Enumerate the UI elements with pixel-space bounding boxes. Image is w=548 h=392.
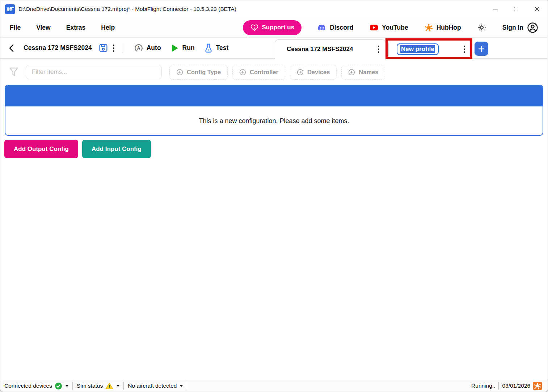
hubhop-label: HubHop xyxy=(437,24,461,31)
filter-names-label: Names xyxy=(359,69,378,76)
connected-devices-label: Connected devices xyxy=(4,383,52,389)
running-status: Running.. xyxy=(468,383,498,389)
auto-toggle[interactable]: A Auto xyxy=(134,43,161,53)
hubhop-link[interactable]: HubHop xyxy=(424,23,461,32)
sim-date: 03/01/2026 xyxy=(499,382,548,390)
close-icon xyxy=(534,5,541,13)
run-label: Run xyxy=(182,44,195,52)
sim-date-label: 03/01/2026 xyxy=(502,383,530,389)
project-menu-button[interactable] xyxy=(113,44,115,52)
sign-in-label: Sign in xyxy=(502,24,523,31)
sim-status[interactable]: Sim status ! xyxy=(73,382,123,389)
profile-tab-menu-button[interactable] xyxy=(378,45,380,54)
circled-plus-icon xyxy=(176,69,183,76)
profile-name-selected-text: New profile xyxy=(400,45,435,53)
menu-extras[interactable]: Extras xyxy=(66,24,86,31)
youtube-icon xyxy=(369,23,379,32)
run-button[interactable]: Run xyxy=(170,43,195,53)
auto-label: Auto xyxy=(147,44,161,52)
profile-name-input[interactable]: New profile xyxy=(397,43,439,55)
project-name: Cessna 172 MSFS2024 xyxy=(24,44,92,52)
filter-funnel-icon xyxy=(8,66,19,78)
filter-controller-label: Controller xyxy=(250,69,278,76)
menu-file[interactable]: File xyxy=(10,24,21,31)
test-label: Test xyxy=(216,44,229,52)
filter-row: Config Type Controller Devices Names xyxy=(0,59,548,85)
discord-label: Discord xyxy=(330,24,353,31)
minimize-icon xyxy=(493,9,498,9)
toolbar: Cessna 172 MSFS2024 A Auto Run xyxy=(0,38,548,59)
svg-text:A: A xyxy=(137,46,140,51)
hubhop-icon xyxy=(424,23,433,32)
plus-icon xyxy=(477,45,485,53)
discord-link[interactable]: Discord xyxy=(317,23,353,32)
discord-icon xyxy=(317,23,326,32)
chevron-down-icon xyxy=(66,385,68,387)
maximize-button[interactable] xyxy=(506,0,527,18)
filter-names-button[interactable]: Names xyxy=(341,65,385,80)
aircraft-status-label: No aircraft detected xyxy=(128,383,177,389)
menu-bar: File View Extras Help $ Support us Disco… xyxy=(0,18,548,38)
ok-check-icon xyxy=(55,382,62,390)
title-bar: MF D:\OneDrive\Documents\Cessna 172.mfpr… xyxy=(0,0,548,18)
profile-tab-cessna[interactable]: Cessna 172 MSFS2024 xyxy=(275,39,386,59)
config-table-panel: This is a new configuration. Please add … xyxy=(5,85,543,136)
chevron-down-icon xyxy=(180,385,183,387)
auto-icon: A xyxy=(134,43,143,53)
heart-dollar-icon: $ xyxy=(250,23,259,32)
warning-icon: ! xyxy=(105,382,113,389)
circled-plus-icon xyxy=(348,69,355,76)
toolbar-divider xyxy=(122,43,122,53)
statusbar-divider xyxy=(187,382,187,390)
minimize-button[interactable] xyxy=(485,0,506,18)
config-table-body: This is a new configuration. Please add … xyxy=(5,106,543,136)
menu-help[interactable]: Help xyxy=(101,24,115,31)
circled-plus-icon xyxy=(239,69,246,76)
filter-items-input[interactable] xyxy=(26,65,162,79)
app-logo-icon: MF xyxy=(5,4,15,14)
maximize-icon xyxy=(514,7,518,11)
menu-view[interactable]: View xyxy=(36,24,51,31)
theme-toggle-icon[interactable] xyxy=(477,23,486,32)
running-status-label: Running.. xyxy=(471,383,495,389)
connected-devices-status[interactable]: Connected devices xyxy=(0,382,72,390)
app-window: MF D:\OneDrive\Documents\Cessna 172.mfpr… xyxy=(0,0,548,392)
save-button[interactable] xyxy=(98,43,108,53)
add-profile-button[interactable] xyxy=(475,42,488,56)
config-table-header xyxy=(5,85,543,106)
svg-text:!: ! xyxy=(109,384,110,389)
support-us-button[interactable]: $ Support us xyxy=(243,20,302,35)
sign-in-button[interactable]: Sign in xyxy=(502,22,538,33)
sim-status-label: Sim status xyxy=(77,383,103,389)
circled-plus-icon xyxy=(297,69,304,76)
filter-config-type-label: Config Type xyxy=(187,69,221,76)
empty-config-message: This is a new configuration. Please add … xyxy=(199,117,349,125)
close-button[interactable] xyxy=(527,0,548,18)
svg-text:$: $ xyxy=(254,27,256,30)
window-title: D:\OneDrive\Documents\Cessna 172.mfproj*… xyxy=(18,6,236,12)
account-avatar-icon xyxy=(527,22,538,33)
status-bar: Connected devices Sim status ! No aircra… xyxy=(0,380,548,392)
filter-config-type-button[interactable]: Config Type xyxy=(169,65,228,80)
youtube-link[interactable]: YouTube xyxy=(369,23,408,32)
test-button[interactable]: Test xyxy=(204,43,229,53)
new-profile-menu-button[interactable] xyxy=(463,45,465,54)
run-play-icon xyxy=(170,43,179,53)
simconnect-icon xyxy=(533,382,542,390)
filter-devices-label: Devices xyxy=(307,69,330,76)
test-flask-icon xyxy=(204,43,213,53)
add-input-config-button[interactable]: Add Input Config xyxy=(82,140,151,158)
chevron-down-icon xyxy=(117,385,119,387)
back-button[interactable] xyxy=(8,43,16,53)
profile-tab-label: Cessna 172 MSFS2024 xyxy=(287,46,353,53)
filter-controller-button[interactable]: Controller xyxy=(232,65,285,80)
aircraft-status[interactable]: No aircraft detected xyxy=(124,383,187,389)
support-us-label: Support us xyxy=(262,24,294,31)
add-output-config-button[interactable]: Add Output Config xyxy=(4,140,78,158)
filter-devices-button[interactable]: Devices xyxy=(290,65,337,80)
profile-tab-new[interactable]: New profile xyxy=(388,39,471,59)
youtube-label: YouTube xyxy=(382,24,408,31)
